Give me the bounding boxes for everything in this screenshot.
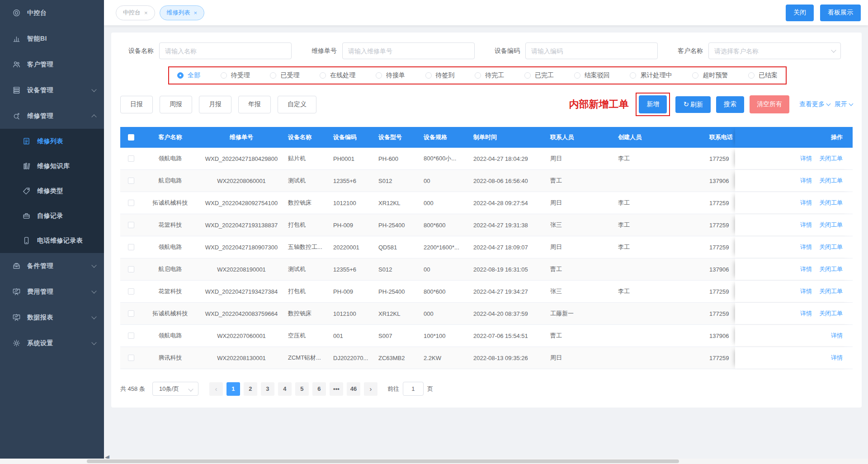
cell-device_model: PH-600 (375, 155, 420, 162)
sidebar-item-tag[interactable]: 维修类型 (0, 178, 104, 203)
filter-input[interactable] (159, 42, 292, 59)
view-more-link[interactable]: 查看更多 (799, 100, 830, 108)
next-page-button[interactable]: › (364, 382, 377, 396)
filter-input[interactable] (525, 42, 658, 59)
status-radio-已结案[interactable]: 已结案 (748, 71, 778, 80)
refresh-button[interactable]: ↻刷新 (675, 96, 711, 113)
row-checkbox[interactable] (128, 244, 134, 250)
cell-contact: 周日 (547, 155, 614, 163)
close-icon[interactable]: × (194, 9, 198, 16)
chevron-down-icon (91, 314, 96, 319)
row-checkbox[interactable] (128, 222, 134, 228)
clear-all-button[interactable]: 清空所有 (750, 95, 789, 113)
page-button-6[interactable]: 6 (312, 382, 326, 396)
chevron-down-icon (188, 386, 193, 391)
sidebar-item-fee[interactable]: 费用管理 (0, 279, 104, 305)
detail-link[interactable]: 详情 (800, 287, 812, 295)
sidebar-item-datareport[interactable]: 数据报表 (0, 305, 104, 330)
status-radio-待受理[interactable]: 待受理 (221, 71, 250, 80)
scrollbar-thumb[interactable] (87, 459, 679, 463)
horizontal-scrollbar[interactable] (0, 459, 868, 464)
status-radio-待完工[interactable]: 待完工 (475, 71, 504, 80)
tab-中控台[interactable]: 中控台× (116, 5, 155, 20)
row-checkbox[interactable] (128, 155, 134, 162)
detail-link[interactable]: 详情 (800, 155, 812, 163)
close-order-link[interactable]: 关闭工单 (819, 309, 843, 318)
sidebar-item-sparepart[interactable]: 备件管理 (0, 253, 104, 279)
close-order-link[interactable]: 关闭工单 (819, 287, 843, 295)
status-radio-结案驳回[interactable]: 结案驳回 (574, 71, 610, 80)
goto-page-input[interactable] (403, 382, 424, 396)
page-button-1[interactable]: 1 (226, 382, 240, 396)
sidebar-item-settings[interactable]: 系统设置 (0, 330, 104, 356)
report-button-自定义[interactable]: 自定义 (278, 96, 316, 113)
page-size-select[interactable]: 10条/页 (152, 382, 198, 396)
row-checkbox[interactable] (128, 310, 134, 317)
report-button-年报[interactable]: 年报 (238, 96, 271, 113)
chevron-down-icon (91, 87, 96, 92)
detail-link[interactable]: 详情 (800, 177, 812, 185)
status-radio-超时预警[interactable]: 超时预警 (692, 71, 728, 80)
operation-cell: 详情关闭工单 (735, 192, 853, 214)
close-order-link[interactable]: 关闭工单 (819, 155, 843, 163)
sidebar-item-repair-list[interactable]: 维修列表 (0, 129, 104, 154)
status-radio-待签到[interactable]: 待签到 (425, 71, 455, 80)
close-order-link[interactable]: 关闭工单 (819, 177, 843, 185)
detail-link[interactable]: 详情 (800, 309, 812, 318)
settings-icon (12, 339, 21, 348)
sidebar-item-repair[interactable]: 维修管理 (0, 103, 104, 129)
close-order-link[interactable]: 关闭工单 (819, 221, 843, 229)
cell-device_model: S007 (375, 333, 420, 339)
report-button-周报[interactable]: 周报 (160, 96, 192, 113)
sidebar-item-toolcase[interactable]: 自修记录 (0, 203, 104, 228)
search-button[interactable]: 搜索 (716, 96, 744, 113)
close-order-link[interactable]: 关闭工单 (819, 243, 843, 251)
close-order-link[interactable]: 关闭工单 (819, 199, 843, 207)
page-button-46[interactable]: 46 (347, 382, 360, 396)
page-button-5[interactable]: 5 (295, 382, 309, 396)
status-radio-已受理[interactable]: 已受理 (270, 71, 299, 80)
tab-维修列表[interactable]: 维修列表× (160, 5, 205, 20)
refresh-icon: ↻ (683, 100, 689, 108)
row-checkbox[interactable] (128, 178, 134, 184)
row-checkbox[interactable] (128, 355, 134, 361)
customer-select[interactable] (708, 42, 841, 59)
detail-link[interactable]: 详情 (800, 243, 812, 251)
page-button-4[interactable]: 4 (278, 382, 292, 396)
detail-link[interactable]: 详情 (800, 265, 812, 273)
prev-page-button[interactable]: ‹ (209, 382, 223, 396)
sidebar-item-bi[interactable]: 智能BI (0, 26, 104, 52)
detail-link[interactable]: 详情 (800, 221, 812, 229)
close-icon[interactable]: × (144, 9, 148, 16)
sidebar-item-label: 备件管理 (27, 262, 53, 270)
row-checkbox[interactable] (128, 200, 134, 206)
sidebar-item-dashboard[interactable]: 中控台 (0, 0, 104, 26)
status-radio-已完工[interactable]: 已完工 (524, 71, 554, 80)
filter-input[interactable] (342, 42, 475, 59)
status-radio-累计处理中[interactable]: 累计处理中 (630, 71, 672, 80)
close-order-link[interactable]: 关闭工单 (819, 265, 843, 273)
close-button[interactable]: 关闭 (786, 5, 814, 21)
page-button-2[interactable]: 2 (244, 382, 257, 396)
sidebar-item-knowledge[interactable]: 维修知识库 (0, 154, 104, 178)
page-button-3[interactable]: 3 (261, 382, 274, 396)
row-checkbox[interactable] (128, 288, 134, 295)
expand-link[interactable]: 展开 (835, 100, 853, 108)
report-button-日报[interactable]: 日报 (120, 96, 153, 113)
add-button[interactable]: 新增 (639, 95, 667, 113)
sidebar-item-phone[interactable]: 电话维修记录表 (0, 228, 104, 253)
status-radio-待接单[interactable]: 待接单 (376, 71, 405, 80)
sidebar-item-devices[interactable]: 设备管理 (0, 77, 104, 103)
report-button-月报[interactable]: 月报 (199, 96, 231, 113)
status-radio-在线处理[interactable]: 在线处理 (320, 71, 355, 80)
page-ellipsis[interactable]: ••• (330, 382, 343, 396)
detail-link[interactable]: 详情 (800, 199, 812, 207)
status-radio-全部[interactable]: 全部 (177, 71, 200, 80)
row-checkbox[interactable] (128, 333, 134, 339)
detail-link[interactable]: 详情 (831, 354, 843, 362)
board-display-button[interactable]: 看板展示 (820, 5, 861, 21)
select-all-checkbox[interactable] (128, 134, 134, 141)
detail-link[interactable]: 详情 (831, 332, 843, 340)
sidebar-item-customers[interactable]: 客户管理 (0, 52, 104, 77)
row-checkbox[interactable] (128, 266, 134, 272)
